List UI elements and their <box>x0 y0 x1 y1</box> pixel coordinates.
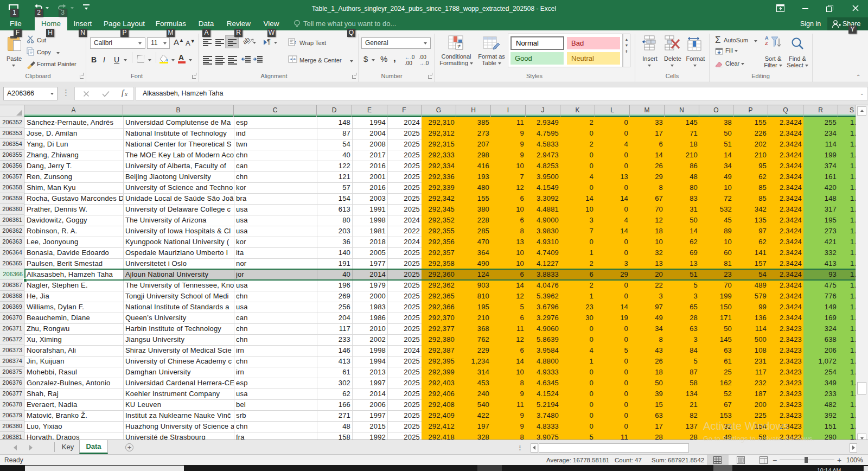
svg-text:≠: ≠ <box>457 43 461 49</box>
